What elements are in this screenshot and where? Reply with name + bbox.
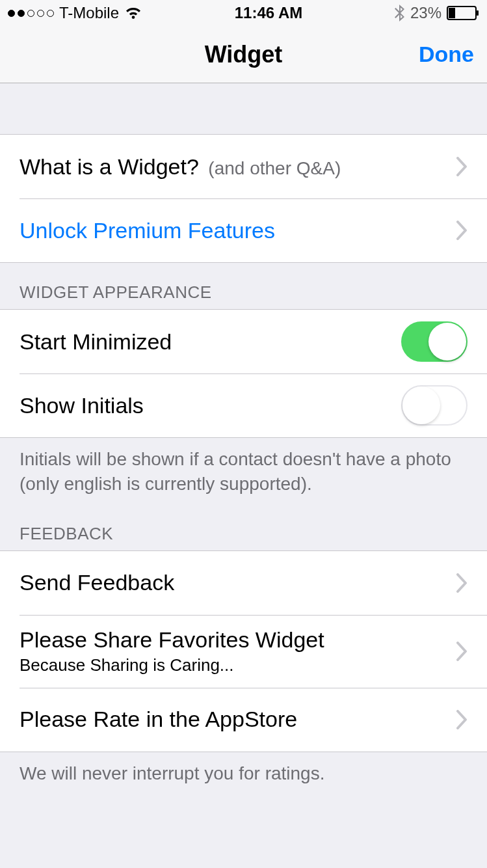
chevron-right-icon [456, 221, 467, 240]
page-title: Widget [205, 41, 283, 68]
battery-icon [447, 6, 479, 20]
start-minimized-toggle[interactable] [401, 321, 467, 362]
what-is-widget-row[interactable]: What is a Widget? (and other Q&A) [0, 135, 487, 198]
chevron-right-icon [456, 573, 467, 593]
battery-percent: 23% [410, 4, 441, 22]
svg-rect-1 [449, 8, 455, 18]
start-minimized-label: Start Minimized [20, 329, 401, 355]
appearance-section: Start Minimized Show Initials [0, 309, 487, 438]
share-widget-row[interactable]: Please Share Favorites Widget Because Sh… [0, 615, 487, 688]
share-widget-label: Please Share Favorites Widget [20, 627, 456, 653]
status-right: 23% [395, 4, 479, 22]
status-bar: T-Mobile 11:46 AM 23% [0, 0, 487, 26]
share-widget-sub: Because Sharing is Caring... [20, 655, 456, 675]
what-is-widget-sub: (and other Q&A) [208, 158, 341, 178]
svg-rect-2 [477, 10, 479, 16]
show-initials-row: Show Initials [0, 373, 487, 437]
status-time: 11:46 AM [235, 4, 302, 22]
feedback-footer: We will never interrupt you for ratings. [0, 752, 487, 802]
appearance-footer: Initials will be shown if a contact does… [0, 438, 487, 512]
wifi-icon [124, 6, 142, 20]
carrier-label: T-Mobile [59, 4, 119, 22]
chevron-right-icon [456, 642, 467, 661]
rate-appstore-label: Please Rate in the AppStore [20, 707, 456, 732]
unlock-premium-row[interactable]: Unlock Premium Features [0, 198, 487, 262]
chevron-right-icon [456, 157, 467, 176]
unlock-premium-label: Unlock Premium Features [20, 218, 456, 243]
appearance-header: WIDGET APPEARANCE [0, 263, 487, 309]
show-initials-toggle[interactable] [401, 385, 467, 426]
send-feedback-label: Send Feedback [20, 570, 456, 595]
bluetooth-icon [395, 5, 405, 21]
send-feedback-row[interactable]: Send Feedback [0, 551, 487, 615]
feedback-section: Send Feedback Please Share Favorites Wid… [0, 550, 487, 752]
show-initials-label: Show Initials [20, 393, 401, 418]
status-left: T-Mobile [8, 4, 142, 22]
chevron-right-icon [456, 710, 467, 729]
rate-appstore-row[interactable]: Please Rate in the AppStore [0, 688, 487, 752]
nav-bar: Widget Done [0, 26, 487, 83]
feedback-header: FEEDBACK [0, 512, 487, 550]
what-is-widget-label: What is a Widget? [20, 154, 199, 179]
info-section: What is a Widget? (and other Q&A) Unlock… [0, 134, 487, 263]
done-button[interactable]: Done [419, 42, 474, 67]
signal-dots-icon [8, 10, 54, 17]
spacer [0, 83, 487, 134]
start-minimized-row: Start Minimized [0, 310, 487, 373]
